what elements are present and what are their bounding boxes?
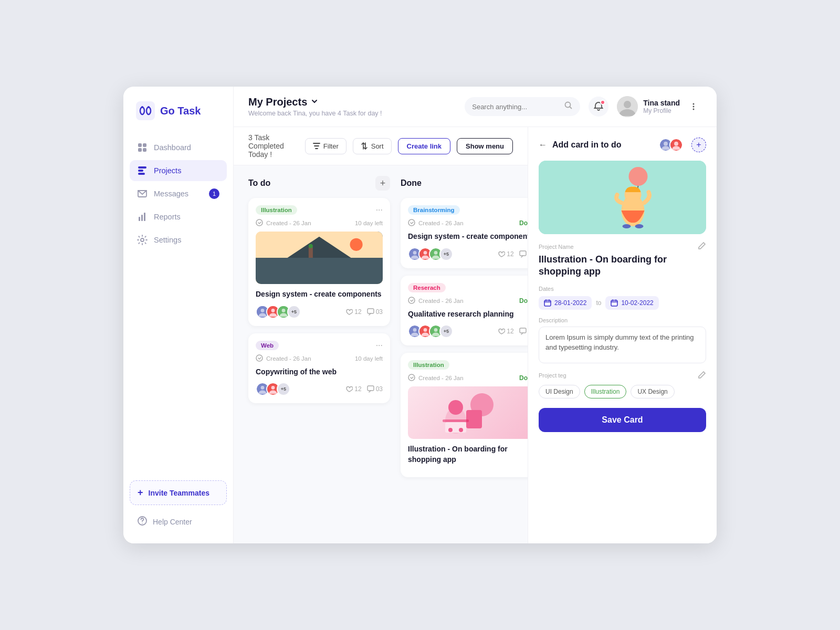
svg-point-78: [623, 224, 631, 228]
card-footer-d2: +5 12 03: [408, 324, 528, 338]
card-top-d3: Illustration ···: [408, 360, 528, 370]
sidebar-item-settings[interactable]: Settings: [130, 229, 227, 250]
card-created-d1: Created - 26 Jan: [418, 220, 464, 226]
invite-teammates-button[interactable]: + Invite Teammates: [130, 480, 227, 505]
tag-illustration[interactable]: Illustration: [584, 385, 627, 398]
back-button[interactable]: ←: [539, 140, 547, 150]
card-footer-2: +5 12 03: [256, 382, 383, 396]
card-dots[interactable]: ···: [376, 205, 383, 215]
messages-badge: 1: [209, 188, 219, 199]
card-meta-d2: Created - 26 Jan Done: [408, 297, 528, 305]
notification-button[interactable]: [589, 97, 608, 117]
main-content: My Projects Welcome back Tina, you have …: [234, 87, 717, 543]
tag-ux-design[interactable]: UX Design: [631, 385, 674, 398]
create-link-button[interactable]: Create link: [398, 138, 450, 154]
svg-rect-14: [144, 213, 145, 221]
sidebar-bottom: + Invite Teammates Help Center: [123, 480, 233, 533]
date-from-chip[interactable]: 28-01-2022: [539, 296, 592, 310]
avatar-2c: +5: [277, 382, 290, 396]
user-role: My Profile: [643, 107, 680, 114]
card-title-d3: Illustration - On boarding for shopping …: [408, 444, 528, 465]
svg-point-46: [413, 251, 417, 255]
card-research: Reserach ··· Created - 26 Jan Done Quali…: [401, 276, 528, 346]
svg-rect-80: [544, 300, 551, 306]
svg-point-3: [141, 106, 143, 108]
card-brainstorming: Brainstorming ··· Created - 26 Jan Done: [401, 198, 528, 268]
project-name-label: Project Name: [539, 242, 706, 251]
svg-point-64: [448, 400, 463, 415]
card-created-2: Created - 26 Jan: [266, 355, 311, 362]
svg-rect-65: [443, 419, 469, 422]
search-input[interactable]: [472, 103, 560, 111]
col-add-todo[interactable]: +: [375, 176, 390, 191]
card-top-d2: Reserach ···: [408, 283, 528, 292]
likes-stat: 12: [345, 308, 361, 316]
card-title: Design system - create components: [256, 289, 383, 300]
avatar: [617, 96, 638, 117]
card-tag: Illustration: [256, 205, 297, 215]
filter-button[interactable]: Filter: [305, 138, 346, 154]
date-to-chip[interactable]: 10-02-2022: [605, 296, 658, 310]
show-menu-button[interactable]: Show menu: [457, 138, 513, 154]
avatars-d2: +5: [408, 324, 450, 338]
days-left-2: 10 day left: [355, 355, 383, 362]
panel-avatar-2: [669, 138, 683, 152]
card-title-d1: Design system - create components: [408, 232, 528, 242]
sort-button[interactable]: Sort: [353, 138, 392, 154]
sidebar-label-dashboard: Dashboard: [154, 143, 191, 152]
kanban-toolbar: 3 Task Completed Today ! Filter Sort Cre…: [234, 127, 528, 165]
card-meta-d3: Created - 26 Jan Done: [408, 374, 528, 382]
svg-point-30: [309, 244, 313, 248]
tag-ui-design[interactable]: UI Design: [539, 385, 580, 398]
panel-title: Add card in to do: [552, 140, 654, 150]
days-left: 10 day left: [355, 220, 383, 226]
edit-tags-icon[interactable]: [698, 371, 706, 381]
panel-add-member-button[interactable]: +: [691, 138, 706, 152]
svg-point-32: [261, 309, 265, 312]
avatar-d1d: +5: [439, 247, 453, 261]
sidebar-item-reports[interactable]: Reports: [130, 206, 227, 227]
user-more-button[interactable]: [685, 98, 702, 115]
card-top: Illustration ···: [256, 205, 383, 215]
card-dots-2[interactable]: ···: [376, 341, 383, 350]
hero-image: [539, 161, 706, 234]
save-card-button[interactable]: Save Card: [539, 408, 706, 432]
description-box[interactable]: Lorem Ipsum is simply dummy text of the …: [539, 327, 706, 363]
col-header-todo: To do +: [248, 176, 390, 191]
svg-rect-8: [143, 148, 146, 152]
panel-header: ← Add card in to do +: [539, 138, 706, 152]
svg-point-15: [141, 238, 144, 242]
svg-rect-59: [520, 328, 526, 333]
svg-point-28: [350, 238, 362, 251]
svg-rect-62: [466, 410, 482, 428]
project-title-area: My Projects Welcome back Tina, you have …: [248, 96, 456, 117]
svg-point-74: [629, 167, 648, 186]
edit-project-name-icon[interactable]: [698, 242, 706, 251]
svg-point-20: [624, 101, 631, 108]
messages-icon: [137, 188, 148, 199]
svg-point-24: [256, 219, 262, 226]
kanban-wrapper: 3 Task Completed Today ! Filter Sort Cre…: [234, 127, 717, 543]
svg-point-60: [408, 374, 415, 381]
project-subtitle: Welcome back Tina, you have 4 Task for d…: [248, 110, 456, 117]
card-illustration-shopping: Illustration ··· Created - 26 Jan Done: [401, 353, 528, 477]
likes-stat-2: 12: [345, 385, 361, 393]
sidebar-item-projects[interactable]: Projects: [130, 160, 227, 181]
card-copywriting: Web ··· Created - 26 Jan 10 day left Cop: [248, 333, 390, 404]
svg-point-44: [408, 219, 415, 226]
svg-point-72: [674, 142, 678, 146]
date-to: 10-02-2022: [621, 299, 653, 307]
sidebar-item-messages[interactable]: Messages 1: [130, 183, 227, 204]
help-icon: [137, 516, 148, 528]
sidebar-item-dashboard[interactable]: Dashboard: [130, 137, 227, 158]
plus-icon: +: [138, 487, 143, 498]
sidebar-label-settings: Settings: [154, 236, 181, 244]
avatar-count: +5: [287, 305, 301, 319]
card-stats: 12 03: [345, 308, 383, 316]
panel-avatars: [659, 138, 686, 152]
svg-point-22: [693, 106, 695, 108]
help-center-button[interactable]: Help Center: [130, 510, 227, 533]
col-title-todo: To do: [248, 178, 270, 188]
project-title[interactable]: My Projects: [248, 96, 456, 108]
logo-text: Go Task: [160, 105, 201, 117]
